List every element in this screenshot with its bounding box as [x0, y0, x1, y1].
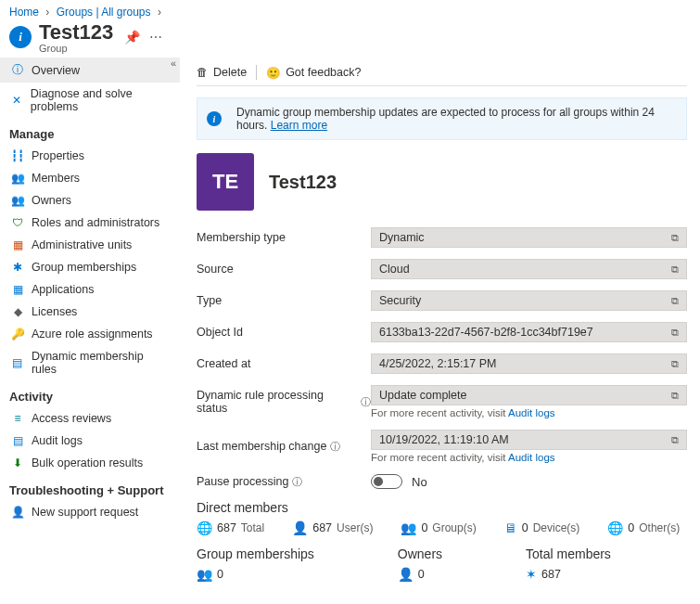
sidebar-item-group-memberships[interactable]: ✱ Group memberships	[0, 256, 180, 278]
more-icon[interactable]: ⋯	[149, 30, 162, 45]
audit-logs-icon: ▤	[11, 434, 24, 447]
prop-note-text: For more recent activity, visit	[371, 452, 508, 463]
stat-label: User(s)	[337, 521, 373, 534]
feedback-icon: 🙂	[266, 66, 281, 80]
owners-header: Owners	[398, 546, 442, 561]
sidebar-item-access-reviews[interactable]: ≡ Access reviews	[0, 407, 180, 430]
prop-label: Source	[197, 263, 371, 276]
stat-gm: 👥 0	[197, 567, 314, 582]
sidebar-item-properties[interactable]: ┇┇ Properties	[0, 145, 180, 167]
delete-label: Delete	[213, 66, 247, 79]
groups-icon: 👥	[197, 567, 212, 582]
sidebar-item-azure-roles[interactable]: 🔑 Azure role assignments	[0, 323, 180, 345]
stat-count: 0	[217, 568, 223, 581]
learn-more-link[interactable]: Learn more	[271, 119, 327, 132]
sidebar: « ⓘ Overview ✕ Diagnose and solve proble…	[0, 58, 180, 604]
prop-value-text: 6133ba13-22d7-4567-b2f8-1cc34bf719e7	[379, 326, 593, 339]
wrench-icon: ✕	[11, 94, 23, 107]
sidebar-label: Administrative units	[32, 238, 132, 251]
pin-icon[interactable]: 📌	[124, 30, 140, 45]
copy-icon[interactable]: ⧉	[671, 434, 679, 446]
copy-icon[interactable]: ⧉	[671, 295, 679, 307]
content-area: 🗑 Delete 🙂 Got feedback? i Dynamic group…	[180, 58, 700, 604]
stat-label: Total	[241, 521, 264, 534]
prop-value: 10/19/2022, 11:19:10 AM ⧉	[371, 430, 687, 450]
audit-logs-link[interactable]: Audit logs	[508, 407, 555, 418]
prop-note-text: For more recent activity, visit	[371, 407, 508, 418]
admin-units-icon: ▦	[11, 238, 24, 251]
prop-value-text: Update complete	[379, 389, 467, 402]
sidebar-item-overview[interactable]: ⓘ Overview	[0, 58, 180, 83]
info-hint-icon[interactable]: ⓘ	[292, 475, 302, 489]
prop-membership-type: Membership type Dynamic ⧉	[197, 227, 687, 248]
direct-members-header: Direct members	[197, 500, 687, 515]
delete-button[interactable]: 🗑 Delete	[197, 66, 247, 79]
chevron-right-icon: ›	[158, 6, 161, 19]
audit-logs-link[interactable]: Audit logs	[508, 452, 555, 463]
feedback-button[interactable]: 🙂 Got feedback?	[266, 66, 361, 80]
copy-icon[interactable]: ⧉	[671, 327, 679, 339]
sidebar-label: Overview	[32, 64, 80, 77]
sidebar-label: Members	[32, 172, 80, 185]
sidebar-label: Audit logs	[32, 434, 83, 447]
prop-label: Membership type	[197, 231, 371, 244]
copy-icon[interactable]: ⧉	[671, 358, 679, 370]
sidebar-label: Licenses	[32, 305, 77, 318]
sidebar-item-bulk-results[interactable]: ⬇ Bulk operation results	[0, 452, 180, 474]
prop-label-text: Pause processing	[197, 475, 288, 488]
groups-icon: 👥	[401, 520, 416, 535]
sidebar-label: Applications	[32, 283, 94, 296]
sidebar-item-applications[interactable]: ▦ Applications	[0, 278, 180, 301]
owner-icon: 👤	[398, 567, 414, 582]
sidebar-item-admin-units[interactable]: ▦ Administrative units	[0, 234, 180, 256]
prop-pause-processing: Pause processing ⓘ No	[197, 474, 687, 489]
pause-toggle[interactable]	[371, 474, 402, 489]
breadcrumb-groups[interactable]: Groups | All groups	[57, 6, 151, 19]
licenses-icon: ◆	[11, 305, 24, 318]
direct-members-stats: 🌐 687 Total 👤 687 User(s) 👥 0 Group(s) 🖥…	[197, 520, 687, 535]
sidebar-label: Group memberships	[32, 261, 136, 274]
divider	[197, 85, 687, 86]
sidebar-item-new-support[interactable]: 👤 New support request	[0, 501, 180, 523]
prop-value: 6133ba13-22d7-4567-b2f8-1cc34bf719e7 ⧉	[371, 322, 687, 342]
globe-icon: 🌐	[197, 520, 212, 535]
user-icon: 👤	[292, 520, 308, 535]
prop-value: Update complete ⧉	[371, 385, 687, 405]
gm-header: Group memberships	[197, 546, 314, 561]
sidebar-section-troubleshoot: Troubleshooting + Support	[0, 474, 180, 501]
info-hint-icon[interactable]: ⓘ	[330, 440, 340, 454]
stat-label: Group(s)	[432, 521, 476, 534]
bottom-stats: Group memberships 👥 0 Owners 👤 0 Total m…	[197, 546, 687, 582]
sidebar-item-diagnose[interactable]: ✕ Diagnose and solve problems	[0, 83, 180, 118]
page-title: Test123	[39, 20, 113, 45]
sidebar-item-roles[interactable]: 🛡 Roles and administrators	[0, 212, 180, 234]
prop-label: Pause processing ⓘ	[197, 475, 371, 489]
prop-value-text: 4/25/2022, 2:15:17 PM	[379, 357, 496, 370]
prop-label: Object Id	[197, 326, 371, 339]
copy-icon[interactable]: ⧉	[671, 263, 679, 276]
sidebar-item-audit-logs[interactable]: ▤ Audit logs	[0, 430, 180, 452]
copy-icon[interactable]: ⧉	[671, 232, 679, 244]
group-memberships-icon: ✱	[11, 261, 24, 274]
sidebar-item-licenses[interactable]: ◆ Licenses	[0, 301, 180, 323]
prop-note: For more recent activity, visit Audit lo…	[371, 452, 687, 463]
stat-count: 687	[217, 521, 236, 534]
sidebar-label: Roles and administrators	[32, 216, 159, 229]
sidebar-item-members[interactable]: 👥 Members	[0, 167, 180, 189]
prop-dyn-status: Dynamic rule processing status ⓘ Update …	[197, 385, 687, 418]
info-hint-icon[interactable]: ⓘ	[361, 395, 371, 409]
copy-icon[interactable]: ⧉	[671, 390, 679, 402]
properties-icon: ┇┇	[11, 149, 24, 162]
sidebar-item-owners[interactable]: 👥 Owners	[0, 189, 180, 212]
prop-source: Source Cloud ⧉	[197, 259, 687, 279]
chevron-right-icon: ›	[45, 6, 49, 19]
breadcrumb-home[interactable]: Home	[9, 6, 39, 19]
support-icon: 👤	[11, 506, 24, 519]
info-banner: i Dynamic group membership updates are e…	[197, 97, 687, 140]
collapse-sidebar-icon[interactable]: «	[171, 58, 176, 69]
stat-devices: 🖥 0 Device(s)	[504, 520, 580, 535]
access-reviews-icon: ≡	[11, 412, 24, 425]
info-icon: ⓘ	[11, 62, 24, 78]
pause-toggle-value: No	[412, 475, 427, 489]
sidebar-item-dynamic-rules[interactable]: ▤ Dynamic membership rules	[0, 345, 180, 380]
